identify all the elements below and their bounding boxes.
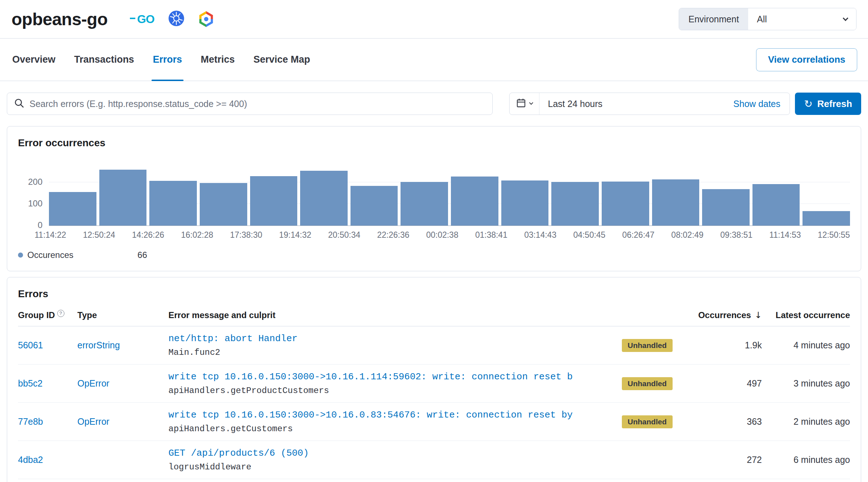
controls-row: Last 24 hours Show dates ↻ Refresh [7,93,861,115]
agent-icons: GO [130,10,214,28]
chevron-down-icon [529,101,533,105]
error-message-link[interactable]: net/http: abort Handler [168,333,605,344]
refresh-label: Refresh [817,98,852,110]
error-type-link[interactable]: OpError [77,416,109,427]
latest-occurrence-value: 2 minutes ago [762,416,850,427]
occurrences-value: 363 [692,416,762,427]
search-errors-input[interactable] [30,99,486,109]
occurrence-bar[interactable] [401,182,448,226]
occurrence-bar[interactable] [49,192,96,226]
refresh-icon: ↻ [804,98,813,110]
x-tick-label: 09:38:51 [720,230,753,240]
chart-x-axis: 11:14:2212:50:2414:26:2616:02:2817:38:30… [35,230,850,240]
errors-table-body: 56061 errorString net/http: abort Handle… [18,326,850,479]
error-type-link[interactable]: OpError [77,378,109,388]
x-tick-label: 00:02:38 [426,230,458,240]
tab-overview[interactable]: Overview [11,39,57,81]
app-header: opbeans-go GO En [0,0,868,39]
occurrence-bar[interactable] [702,189,750,226]
errors-panel: Errors Group ID? Type Error message and … [7,277,861,482]
occurrence-bar[interactable] [451,177,498,226]
show-dates-link[interactable]: Show dates [733,99,790,109]
date-picker: Last 24 hours Show dates [509,93,790,115]
occurrence-bar[interactable] [752,184,800,226]
x-tick-label: 04:50:45 [573,230,606,240]
error-culprit: Main.func2 [168,348,605,357]
refresh-button[interactable]: ↻ Refresh [795,93,861,115]
chart-bars [49,170,850,226]
chart-legend[interactable]: Occurences 66 [18,250,850,260]
occurrence-bar[interactable] [250,176,298,226]
occurrence-bar[interactable] [551,182,599,226]
x-tick-label: 16:02:28 [181,230,213,240]
error-group-link[interactable]: bb5c2 [18,378,42,388]
error-group-link[interactable]: 4dba2 [18,455,43,465]
google-cloud-icon [198,11,214,27]
occurrence-bar[interactable] [300,171,348,226]
unhandled-badge: Unhandled [622,415,673,428]
y-tick-label: 100 [28,198,42,209]
go-agent-icon: GO [130,13,154,26]
error-culprit: apiHandlers.getProductCustomers [168,386,605,396]
quick-select-button[interactable] [510,93,539,115]
error-message-link[interactable]: GET /api/products/6 (500) [168,448,605,459]
x-tick-label: 20:50:34 [328,230,361,240]
error-group-link[interactable]: 56061 [18,340,43,350]
kubernetes-icon [168,10,185,28]
occurrence-bar[interactable] [803,211,850,226]
column-header-group-id: Group ID? [18,310,77,320]
environment-value[interactable]: All [748,8,856,30]
error-type-link[interactable]: errorString [77,340,120,350]
x-tick-label: 11:14:53 [769,230,801,240]
chevron-down-icon [843,15,849,21]
time-range-value[interactable]: Last 24 hours [539,99,733,109]
y-tick-label: 200 [28,177,42,187]
x-tick-label: 17:38:30 [230,230,262,240]
latest-occurrence-value: 6 minutes ago [762,455,850,465]
occurrence-bar[interactable] [200,183,247,226]
search-box [7,93,493,115]
error-group-link[interactable]: 77e8b [18,416,43,427]
occurrence-bar[interactable] [149,181,197,226]
table-row: 56061 errorString net/http: abort Handle… [18,326,850,365]
column-header-occurrences[interactable]: Occurrences↓ [692,310,762,320]
occurrence-bar[interactable] [99,170,147,226]
tab-transactions[interactable]: Transactions [73,39,136,81]
occurrences-panel-title: Error occurrences [18,137,850,149]
occurrences-bar-chart: 0100200 11:14:2212:50:2414:26:2616:02:28… [18,161,850,260]
column-header-latest-occurrence: Latest occurrence [762,310,850,320]
table-row: 4dba2 GET /api/products/6 (500) logrusMi… [18,441,850,479]
tab-row: OverviewTransactionsErrorsMetricsService… [0,39,868,81]
bar-chart-plot [49,161,850,226]
column-header-type: Type [77,310,168,320]
occurrence-bar[interactable] [602,182,649,226]
tab-errors[interactable]: Errors [152,39,184,81]
errors-table: Group ID? Type Error message and culprit… [18,310,850,479]
tab-bar: OverviewTransactionsErrorsMetricsService… [11,39,312,81]
tab-service-map[interactable]: Service Map [252,39,312,81]
error-occurrences-panel: Error occurrences 0100200 11:14:2212:50:… [7,126,861,271]
x-tick-label: 08:02:49 [671,230,704,240]
environment-select[interactable]: Environment All [679,8,856,30]
error-message-link[interactable]: write tcp 10.16.0.150:3000->10.16.0.83:5… [168,410,605,420]
view-correlations-button[interactable]: View correlations [756,48,857,71]
sort-descending-icon: ↓ [755,310,762,320]
search-icon [14,98,24,110]
occurrence-bar[interactable] [652,179,700,226]
x-tick-label: 03:14:43 [524,230,557,240]
errors-panel-title: Errors [18,288,850,300]
error-message-link[interactable]: write tcp 10.16.0.150:3000->10.16.1.114:… [168,371,605,382]
occurrence-bar[interactable] [501,180,549,226]
error-culprit: apiHandlers.getCustomers [168,424,605,434]
x-tick-label: 06:26:47 [622,230,655,240]
legend-series-label: Occurences [27,250,73,260]
x-tick-label: 01:38:41 [475,230,507,240]
occurrence-bar[interactable] [351,186,398,226]
tab-metrics[interactable]: Metrics [199,39,236,81]
table-row: 77e8b OpError write tcp 10.16.0.150:3000… [18,403,850,441]
latest-occurrence-value: 3 minutes ago [762,378,850,389]
errors-table-header: Group ID? Type Error message and culprit… [18,310,850,326]
x-tick-label: 22:26:36 [377,230,410,240]
service-name-title: opbeans-go [12,9,108,29]
occurrences-value: 272 [692,455,762,465]
